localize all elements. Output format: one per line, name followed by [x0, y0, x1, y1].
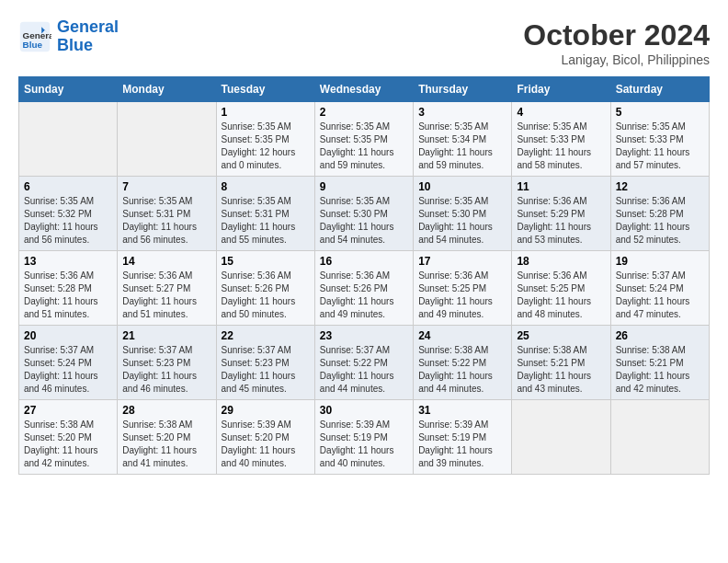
day-number: 14: [122, 255, 210, 268]
day-info: Sunrise: 5:35 AMSunset: 5:33 PMDaylight:…: [616, 121, 704, 172]
col-header-wednesday: Wednesday: [314, 77, 413, 102]
week-row-3: 13Sunrise: 5:36 AMSunset: 5:28 PMDayligh…: [19, 251, 710, 326]
month-title: October 2024: [523, 18, 710, 52]
day-number: 11: [517, 180, 605, 193]
calendar-cell: 2Sunrise: 5:35 AMSunset: 5:35 PMDaylight…: [314, 102, 413, 177]
calendar-cell: 13Sunrise: 5:36 AMSunset: 5:28 PMDayligh…: [19, 251, 118, 326]
day-info: Sunrise: 5:38 AMSunset: 5:21 PMDaylight:…: [616, 344, 704, 396]
col-header-tuesday: Tuesday: [216, 77, 314, 102]
day-info: Sunrise: 5:35 AMSunset: 5:33 PMDaylight:…: [517, 121, 605, 172]
day-info: Sunrise: 5:35 AMSunset: 5:34 PMDaylight:…: [418, 121, 506, 172]
week-row-4: 20Sunrise: 5:37 AMSunset: 5:24 PMDayligh…: [19, 326, 710, 400]
day-number: 7: [122, 180, 210, 193]
calendar-table: SundayMondayTuesdayWednesdayThursdayFrid…: [18, 76, 710, 475]
day-number: 23: [320, 329, 408, 342]
calendar-cell: [610, 400, 709, 475]
day-info: Sunrise: 5:37 AMSunset: 5:23 PMDaylight:…: [222, 344, 310, 396]
week-row-5: 27Sunrise: 5:38 AMSunset: 5:20 PMDayligh…: [19, 400, 710, 475]
calendar-cell: 23Sunrise: 5:37 AMSunset: 5:22 PMDayligh…: [314, 326, 413, 400]
day-info: Sunrise: 5:37 AMSunset: 5:24 PMDaylight:…: [616, 270, 704, 321]
day-info: Sunrise: 5:37 AMSunset: 5:23 PMDaylight:…: [122, 344, 210, 396]
day-number: 19: [616, 255, 704, 268]
logo: General Blue GeneralBlue: [18, 18, 119, 55]
calendar-cell: 10Sunrise: 5:35 AMSunset: 5:30 PMDayligh…: [414, 177, 512, 251]
calendar-cell: 31Sunrise: 5:39 AMSunset: 5:19 PMDayligh…: [414, 400, 512, 475]
day-number: 30: [320, 404, 408, 417]
calendar-cell: [118, 102, 216, 177]
calendar-cell: 29Sunrise: 5:39 AMSunset: 5:20 PMDayligh…: [216, 400, 314, 475]
col-header-sunday: Sunday: [19, 77, 118, 102]
day-number: 2: [320, 106, 408, 119]
day-info: Sunrise: 5:39 AMSunset: 5:20 PMDaylight:…: [222, 419, 310, 470]
day-info: Sunrise: 5:35 AMSunset: 5:35 PMDaylight:…: [222, 121, 310, 172]
calendar-cell: 5Sunrise: 5:35 AMSunset: 5:33 PMDaylight…: [610, 102, 709, 177]
day-number: 24: [418, 329, 506, 342]
day-info: Sunrise: 5:35 AMSunset: 5:31 PMDaylight:…: [122, 195, 210, 247]
calendar-cell: 18Sunrise: 5:36 AMSunset: 5:25 PMDayligh…: [512, 251, 610, 326]
location: Lanigay, Bicol, Philippines: [523, 52, 710, 67]
day-number: 26: [616, 329, 704, 342]
day-number: 13: [24, 255, 112, 268]
week-row-2: 6Sunrise: 5:35 AMSunset: 5:32 PMDaylight…: [19, 177, 710, 251]
calendar-cell: 12Sunrise: 5:36 AMSunset: 5:28 PMDayligh…: [610, 177, 709, 251]
page-header: General Blue GeneralBlue October 2024 La…: [18, 18, 710, 67]
calendar-cell: 21Sunrise: 5:37 AMSunset: 5:23 PMDayligh…: [118, 326, 216, 400]
svg-text:Blue: Blue: [23, 39, 43, 49]
day-info: Sunrise: 5:36 AMSunset: 5:28 PMDaylight:…: [616, 195, 704, 247]
day-number: 10: [418, 180, 506, 193]
calendar-cell: [19, 102, 118, 177]
day-info: Sunrise: 5:35 AMSunset: 5:30 PMDaylight:…: [418, 195, 506, 247]
day-info: Sunrise: 5:35 AMSunset: 5:35 PMDaylight:…: [320, 121, 408, 172]
calendar-cell: 30Sunrise: 5:39 AMSunset: 5:19 PMDayligh…: [314, 400, 413, 475]
header-row: SundayMondayTuesdayWednesdayThursdayFrid…: [19, 77, 710, 102]
day-info: Sunrise: 5:36 AMSunset: 5:29 PMDaylight:…: [517, 195, 605, 247]
day-number: 31: [418, 404, 506, 417]
calendar-cell: 15Sunrise: 5:36 AMSunset: 5:26 PMDayligh…: [216, 251, 314, 326]
calendar-cell: 24Sunrise: 5:38 AMSunset: 5:22 PMDayligh…: [414, 326, 512, 400]
day-info: Sunrise: 5:37 AMSunset: 5:24 PMDaylight:…: [24, 344, 112, 396]
calendar-cell: 17Sunrise: 5:36 AMSunset: 5:25 PMDayligh…: [414, 251, 512, 326]
calendar-cell: 7Sunrise: 5:35 AMSunset: 5:31 PMDaylight…: [118, 177, 216, 251]
calendar-cell: 16Sunrise: 5:36 AMSunset: 5:26 PMDayligh…: [314, 251, 413, 326]
day-number: 21: [122, 329, 210, 342]
day-number: 5: [616, 106, 704, 119]
calendar-cell: 1Sunrise: 5:35 AMSunset: 5:35 PMDaylight…: [216, 102, 314, 177]
day-number: 18: [517, 255, 605, 268]
day-info: Sunrise: 5:37 AMSunset: 5:22 PMDaylight:…: [320, 344, 408, 396]
calendar-cell: 8Sunrise: 5:35 AMSunset: 5:31 PMDaylight…: [216, 177, 314, 251]
day-number: 15: [222, 255, 310, 268]
day-number: 17: [418, 255, 506, 268]
day-number: 22: [222, 329, 310, 342]
day-info: Sunrise: 5:36 AMSunset: 5:26 PMDaylight:…: [320, 270, 408, 321]
day-number: 3: [418, 106, 506, 119]
day-info: Sunrise: 5:36 AMSunset: 5:28 PMDaylight:…: [24, 270, 112, 321]
day-number: 8: [222, 180, 310, 193]
day-number: 6: [24, 180, 112, 193]
calendar-cell: 4Sunrise: 5:35 AMSunset: 5:33 PMDaylight…: [512, 102, 610, 177]
day-number: 27: [24, 404, 112, 417]
col-header-monday: Monday: [118, 77, 216, 102]
calendar-cell: 26Sunrise: 5:38 AMSunset: 5:21 PMDayligh…: [610, 326, 709, 400]
day-info: Sunrise: 5:35 AMSunset: 5:31 PMDaylight:…: [222, 195, 310, 247]
day-number: 28: [122, 404, 210, 417]
day-info: Sunrise: 5:35 AMSunset: 5:30 PMDaylight:…: [320, 195, 408, 247]
day-info: Sunrise: 5:39 AMSunset: 5:19 PMDaylight:…: [320, 419, 408, 470]
calendar-cell: 19Sunrise: 5:37 AMSunset: 5:24 PMDayligh…: [610, 251, 709, 326]
calendar-cell: 3Sunrise: 5:35 AMSunset: 5:34 PMDaylight…: [414, 102, 512, 177]
day-number: 1: [222, 106, 310, 119]
calendar-cell: 25Sunrise: 5:38 AMSunset: 5:21 PMDayligh…: [512, 326, 610, 400]
col-header-saturday: Saturday: [610, 77, 709, 102]
day-info: Sunrise: 5:35 AMSunset: 5:32 PMDaylight:…: [24, 195, 112, 247]
day-number: 12: [616, 180, 704, 193]
day-number: 25: [517, 329, 605, 342]
logo-text: GeneralBlue: [57, 18, 119, 55]
calendar-cell: [512, 400, 610, 475]
day-number: 16: [320, 255, 408, 268]
day-info: Sunrise: 5:38 AMSunset: 5:21 PMDaylight:…: [517, 344, 605, 396]
day-info: Sunrise: 5:38 AMSunset: 5:20 PMDaylight:…: [122, 419, 210, 470]
day-info: Sunrise: 5:39 AMSunset: 5:19 PMDaylight:…: [418, 419, 506, 470]
day-info: Sunrise: 5:36 AMSunset: 5:25 PMDaylight:…: [418, 270, 506, 321]
day-info: Sunrise: 5:38 AMSunset: 5:20 PMDaylight:…: [24, 419, 112, 470]
day-number: 4: [517, 106, 605, 119]
title-block: October 2024 Lanigay, Bicol, Philippines: [523, 18, 710, 67]
